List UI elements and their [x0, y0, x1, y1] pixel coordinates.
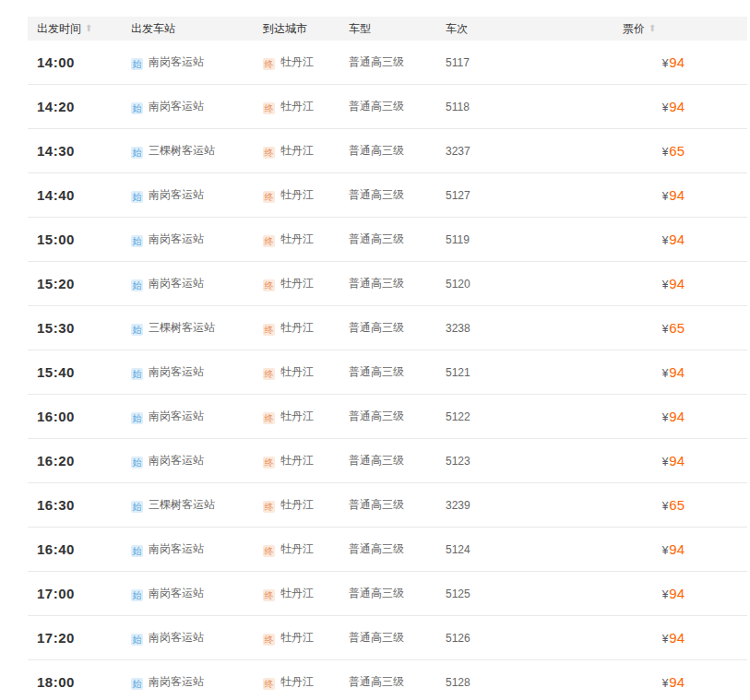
bus-number: 3238: [446, 322, 595, 335]
price-cell: ¥94: [595, 630, 747, 646]
arrival-city: 牡丹江: [280, 587, 314, 599]
end-badge-icon: 终: [263, 457, 275, 469]
table-row: 16:40 始南岗客运站 终牡丹江 普通高三级 5124 ¥94: [28, 528, 747, 572]
currency-symbol: ¥: [662, 234, 669, 247]
table-row: 16:00 始南岗客运站 终牡丹江 普通高三级 5122 ¥94: [28, 395, 747, 439]
start-badge-icon: 始: [131, 589, 143, 601]
price-value: 94: [669, 586, 685, 601]
bus-type: 普通高三级: [349, 497, 446, 513]
end-badge-icon: 终: [263, 501, 275, 513]
currency-symbol: ¥: [662, 101, 669, 114]
departure-station-cell: 始南岗客运站: [131, 674, 263, 690]
departure-station-cell: 始南岗客运站: [131, 409, 263, 424]
price-value: 94: [669, 54, 685, 70]
bus-type: 普通高三级: [349, 99, 446, 114]
table-row: 15:00 始南岗客运站 终牡丹江 普通高三级 5119 ¥94: [28, 218, 747, 262]
arrival-city: 牡丹江: [280, 454, 314, 467]
departure-station: 南岗客运站: [149, 277, 204, 290]
price-cell: ¥65: [595, 320, 747, 336]
arrival-city-cell: 终牡丹江: [263, 231, 349, 247]
bus-schedule-page: 出发时间⬆ 出发车站 到达城市 车型 车次 票价⬆ 14:00 始南岗客运站: [0, 0, 750, 700]
departure-station: 南岗客运站: [149, 587, 204, 599]
arrival-city-cell: 终牡丹江: [263, 586, 349, 601]
start-badge-icon: 始: [131, 191, 143, 203]
currency-symbol: ¥: [662, 57, 669, 70]
departure-station-cell: 始三棵树客运站: [131, 320, 263, 336]
end-badge-icon: 终: [263, 412, 275, 424]
departure-time: 14:40: [28, 187, 131, 203]
arrival-city-cell: 终牡丹江: [263, 630, 349, 646]
departure-station: 三棵树客运站: [149, 321, 215, 334]
start-badge-icon: 始: [131, 58, 143, 70]
price-value: 94: [669, 231, 685, 247]
arrival-city-cell: 终牡丹江: [263, 54, 349, 70]
header-price[interactable]: 票价⬆: [595, 21, 747, 37]
bus-type: 普通高三级: [349, 54, 446, 70]
price-cell: ¥94: [595, 409, 747, 424]
arrival-city: 牡丹江: [280, 144, 314, 157]
bus-number: 5120: [446, 278, 595, 291]
departure-station: 南岗客运站: [149, 232, 204, 245]
start-badge-icon: 始: [131, 545, 143, 557]
price-cell: ¥94: [595, 364, 747, 380]
bus-type: 普通高三级: [349, 541, 446, 557]
price-value: 94: [669, 187, 685, 203]
currency-symbol: ¥: [662, 323, 669, 336]
departure-time: 14:00: [28, 54, 131, 70]
header-bus-number: 车次: [446, 21, 595, 37]
arrival-city: 牡丹江: [280, 232, 314, 245]
departure-station-cell: 始三棵树客运站: [131, 143, 263, 159]
arrival-city-cell: 终牡丹江: [263, 99, 349, 114]
bus-type: 普通高三级: [349, 586, 446, 601]
bus-number: 5121: [446, 366, 595, 379]
departure-station-cell: 始南岗客运站: [131, 231, 263, 247]
departure-station: 三棵树客运站: [149, 498, 215, 511]
end-badge-icon: 终: [263, 634, 275, 646]
departure-station: 南岗客运站: [149, 542, 204, 555]
bus-number: 5125: [446, 587, 595, 600]
bus-type: 普通高三级: [349, 674, 446, 690]
currency-symbol: ¥: [662, 544, 669, 557]
currency-symbol: ¥: [662, 411, 669, 424]
bus-number: 5123: [446, 455, 595, 468]
start-badge-icon: 始: [131, 235, 143, 247]
departure-time: 16:20: [28, 453, 131, 469]
arrival-city-cell: 终牡丹江: [263, 320, 349, 336]
arrival-city-cell: 终牡丹江: [263, 409, 349, 424]
end-badge-icon: 终: [263, 279, 275, 291]
departure-station: 南岗客运站: [149, 631, 204, 644]
header-departure-time[interactable]: 出发时间⬆: [28, 21, 131, 37]
start-badge-icon: 始: [131, 102, 143, 114]
departure-time: 17:20: [28, 630, 131, 646]
table-row: 17:00 始南岗客运站 终牡丹江 普通高三级 5125 ¥94: [28, 572, 747, 616]
departure-time: 14:30: [28, 143, 131, 159]
start-badge-icon: 始: [131, 368, 143, 380]
header-departure-station-label: 出发车站: [131, 22, 175, 35]
table-row: 14:40 始南岗客运站 终牡丹江 普通高三级 5127 ¥94: [28, 173, 747, 218]
price-cell: ¥94: [595, 586, 747, 601]
currency-symbol: ¥: [662, 146, 669, 159]
header-bus-number-label: 车次: [446, 22, 468, 35]
table-row: 14:20 始南岗客运站 终牡丹江 普通高三级 5118 ¥94: [28, 85, 747, 129]
currency-symbol: ¥: [662, 588, 669, 601]
price-cell: ¥94: [595, 674, 747, 690]
arrival-city: 牡丹江: [280, 409, 314, 422]
price-cell: ¥94: [595, 276, 747, 291]
table-row: 16:30 始三棵树客运站 终牡丹江 普通高三级 3239 ¥65: [28, 483, 747, 528]
price-cell: ¥94: [595, 231, 747, 247]
start-badge-icon: 始: [131, 324, 143, 336]
sort-asc-icon[interactable]: ⬆: [649, 24, 656, 33]
currency-symbol: ¥: [662, 456, 669, 469]
departure-station: 南岗客运站: [149, 675, 204, 688]
table-row: 16:20 始南岗客运站 终牡丹江 普通高三级 5123 ¥94: [28, 439, 747, 483]
end-badge-icon: 终: [263, 324, 275, 336]
departure-station: 南岗客运站: [149, 409, 204, 422]
start-badge-icon: 始: [131, 457, 143, 469]
departure-station-cell: 始南岗客运站: [131, 364, 263, 380]
departure-station: 南岗客运站: [149, 100, 204, 113]
currency-symbol: ¥: [662, 677, 669, 690]
departure-station: 南岗客运站: [149, 55, 204, 68]
bus-number: 5122: [446, 410, 595, 423]
sort-asc-icon[interactable]: ⬆: [85, 24, 92, 33]
price-value: 65: [669, 497, 685, 513]
